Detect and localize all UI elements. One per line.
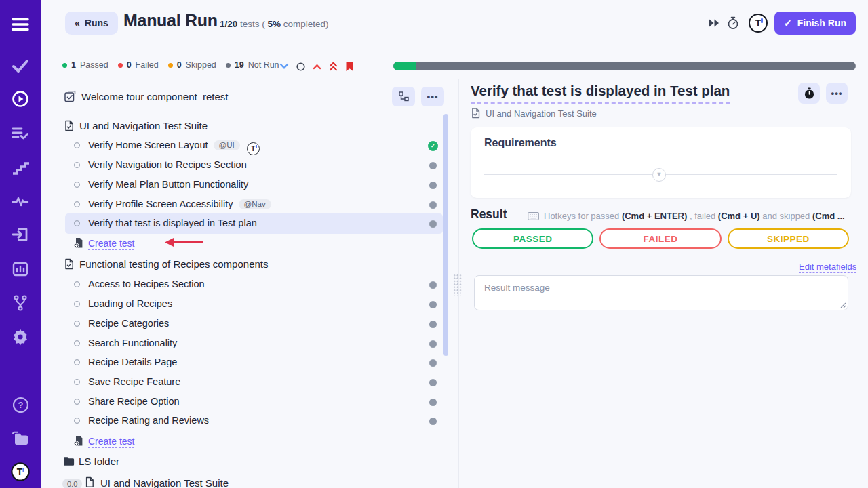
expand-requirements-button[interactable]: ▼ <box>652 168 666 182</box>
stopwatch-icon[interactable] <box>726 16 740 30</box>
test-bullet-icon <box>74 340 80 346</box>
tree-test-row[interactable]: Verify Profile Screen Accessibility@Nav <box>54 196 445 214</box>
sidebar-item-settings-gear[interactable] <box>0 325 41 352</box>
sidebar-item-steps-stairs[interactable] <box>0 155 41 182</box>
plans-list-check-icon <box>12 126 29 144</box>
tree-test-row[interactable]: Verify Meal Plan Button Functionality <box>54 176 445 194</box>
suite-breadcrumb[interactable]: UI and Navigation Test Suite <box>471 108 597 119</box>
test-label: Save Recipe Feature <box>88 376 180 387</box>
tree-test-row[interactable]: Recipe Rating and Reviews <box>54 412 445 430</box>
tree-create-row[interactable]: Create test <box>54 432 445 450</box>
result-buttons: PASSEDFAILEDSKIPPED <box>472 228 849 249</box>
test-label: Verify Home Screen Layout@UIT <box>88 140 260 155</box>
run-progress-bar <box>393 62 856 70</box>
test-label: Verify Navigation to Recipes Section <box>88 159 247 170</box>
hotkeys-text: Hotkeys for passed (Cmd + ENTER) , faile… <box>544 211 845 221</box>
test-bullet-icon <box>74 162 80 168</box>
settings-gear-icon <box>12 328 29 348</box>
projects-folder-icon <box>12 431 30 449</box>
import-icon <box>12 226 29 245</box>
pulse-activity-icon <box>12 195 29 211</box>
test-bullet-icon <box>74 281 80 287</box>
timer-icon <box>804 87 815 100</box>
requirements-card: Requirements ▼ <box>471 127 851 198</box>
tree-test-row[interactable]: Loading of Recipes <box>54 296 445 313</box>
logo-badge: T <box>749 14 768 33</box>
result-failed-button[interactable]: FAILED <box>599 228 721 249</box>
create-test-link[interactable]: Create test <box>88 238 134 250</box>
svg-text:?: ? <box>18 400 23 410</box>
tree-test-row[interactable]: Recipe Categories <box>54 315 445 333</box>
finish-run-button[interactable]: ✓ Finish Run <box>774 12 856 35</box>
test-bullet-icon <box>74 359 80 365</box>
result-message-input[interactable] <box>474 275 848 310</box>
test-bullet-icon <box>74 201 80 207</box>
timer-button[interactable] <box>798 83 820 104</box>
test-bullet-icon <box>74 301 80 307</box>
sidebar-item-import[interactable] <box>0 222 41 249</box>
status-not-run-icon <box>429 321 437 328</box>
test-label: Recipe Details Page <box>88 357 177 367</box>
tree-test-row[interactable]: Recipe Details Page <box>54 354 445 371</box>
app-logo-icon[interactable]: T <box>749 14 768 33</box>
status-not-run-icon <box>429 359 437 367</box>
test-bullet-icon <box>74 220 80 226</box>
test-bullet-icon <box>74 418 80 424</box>
edit-metafields-link[interactable]: Edit metafields <box>799 262 856 273</box>
tree-test-row[interactable]: Search Functionality <box>54 335 445 352</box>
fast-forward-icon[interactable] <box>708 18 720 28</box>
sidebar-item-report-chart[interactable] <box>0 257 41 284</box>
tree-folder-row[interactable]: LS folder <box>54 453 445 470</box>
status-not-run-icon <box>429 162 437 169</box>
tree-suite-row[interactable]: UI and Navigation Test Suite <box>54 117 445 135</box>
suite-label: UI and Navigation Test Suite <box>79 120 208 131</box>
sidebar-item-projects-folder[interactable] <box>0 426 41 453</box>
status-not-run-icon <box>429 220 437 228</box>
test-bullet-icon <box>74 182 80 188</box>
detail-more-button[interactable]: ••• <box>826 83 848 104</box>
menu-icon <box>12 18 29 34</box>
sidebar: ?T <box>0 0 41 488</box>
test-label: Search Functionality <box>88 338 177 348</box>
tree-test-row[interactable]: Access to Recipes Section <box>54 276 445 293</box>
tree-suite-row[interactable]: Functional testing of Recipes components <box>54 256 445 273</box>
svg-text:T: T <box>17 466 23 477</box>
finish-run-label: Finish Run <box>797 18 846 28</box>
sidebar-item-company-logo[interactable]: T <box>0 460 41 487</box>
sidebar-item-plans-list-check[interactable] <box>0 121 41 148</box>
status-not-run-icon <box>429 399 437 406</box>
runs-play-icon <box>12 90 29 110</box>
tree-test-row[interactable]: Verify that test is displayed in Test pl… <box>54 215 445 232</box>
test-tag-badge: @UI <box>214 140 240 150</box>
hotkeys-hint: Hotkeys for passed (Cmd + ENTER) , faile… <box>528 211 849 221</box>
suite-doc-icon <box>471 108 481 119</box>
test-bullet-icon <box>74 379 80 385</box>
test-tree: UI and Navigation Test SuiteVerify Home … <box>54 0 445 488</box>
report-chart-icon <box>12 261 29 280</box>
status-not-run-icon <box>429 182 437 189</box>
result-passed-button[interactable]: PASSED <box>472 228 593 249</box>
status-not-run-icon <box>429 281 437 289</box>
annotation-arrow-icon <box>165 237 204 247</box>
panel-resize-handle[interactable] <box>453 274 462 296</box>
tree-test-row[interactable]: Verify Navigation to Recipes Section <box>54 157 445 174</box>
status-not-run-icon <box>429 301 437 308</box>
tree-test-row[interactable]: Share Recipe Option <box>54 393 445 411</box>
status-not-run-icon <box>429 418 437 425</box>
tree-suite-row[interactable]: 0.0 UI and Navigation Test Suite <box>54 474 445 488</box>
ellipsis-icon: ••• <box>831 88 843 98</box>
count-badge: 0.0 <box>62 479 82 488</box>
sidebar-item-menu[interactable] <box>0 12 41 39</box>
tree-create-row[interactable]: Create test <box>54 235 445 252</box>
create-test-link[interactable]: Create test <box>88 436 134 448</box>
tree-test-row[interactable]: Save Recipe Feature <box>54 373 445 391</box>
sidebar-item-help[interactable]: ? <box>0 392 41 420</box>
sidebar-item-runs-play[interactable] <box>0 87 41 114</box>
sidebar-item-branch[interactable] <box>0 291 41 318</box>
tree-test-row[interactable]: Verify Home Screen Layout@UIT✓ <box>54 137 445 155</box>
sidebar-item-pulse-activity[interactable] <box>0 189 41 216</box>
tree-scrollbar[interactable] <box>443 114 448 356</box>
result-skipped-button[interactable]: SKIPPED <box>728 228 849 249</box>
sidebar-item-tests-check[interactable] <box>0 54 41 81</box>
test-detail-title[interactable]: Verify that test is displayed in Test pl… <box>471 83 730 104</box>
